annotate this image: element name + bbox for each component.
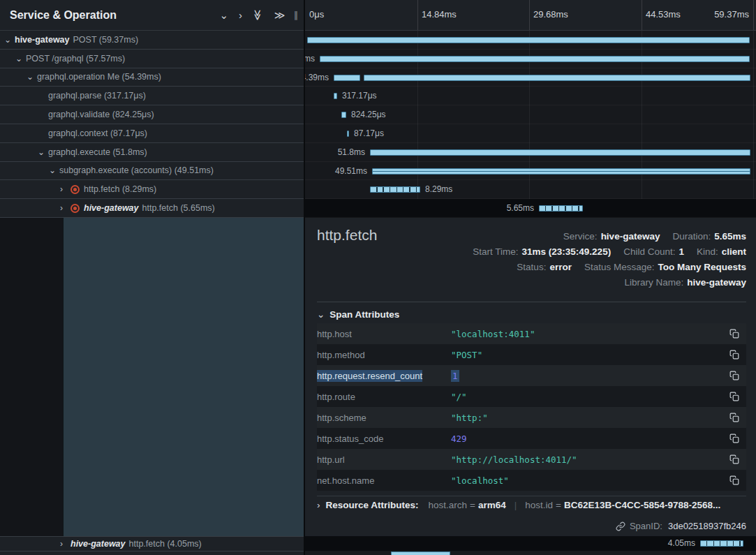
ruler-tick-line bbox=[642, 0, 642, 30]
link-icon[interactable] bbox=[616, 521, 625, 531]
chevron-down-icon: ⌄ bbox=[317, 309, 325, 320]
span-timeline-row[interactable]: 824.25μs bbox=[305, 105, 756, 124]
expand-span-icon[interactable]: › bbox=[60, 540, 71, 548]
span-id-label: SpanID: bbox=[630, 521, 662, 531]
span-service-name: hive-gateway bbox=[15, 35, 70, 45]
copy-icon[interactable] bbox=[729, 392, 739, 401]
span-timeline-row[interactable]: 54.39ms bbox=[305, 68, 756, 87]
meta-value: hive-gateway bbox=[687, 277, 746, 288]
ruler-tick-label: 14.84ms bbox=[422, 9, 457, 20]
span-duration-label: 57.57ms bbox=[305, 54, 315, 64]
attribute-key: http.route bbox=[317, 392, 451, 402]
span-timeline-row[interactable]: 57.57ms bbox=[305, 50, 756, 68]
copy-icon[interactable] bbox=[729, 350, 739, 360]
span-tree-row[interactable]: ⌄hive-gatewayPOST (59.37ms) bbox=[0, 31, 304, 50]
panel-title: Service & Operation bbox=[10, 9, 117, 22]
copy-icon[interactable] bbox=[729, 434, 739, 443]
collapse-span-icon[interactable]: ⌄ bbox=[49, 166, 59, 175]
meta-label: Library Name: bbox=[624, 277, 683, 288]
span-label: graphql.validate (824.25μs) bbox=[48, 110, 154, 119]
span-duration-bar[interactable] bbox=[539, 205, 583, 212]
span-detail-panel: http.fetch Service:hive-gatewayDuration:… bbox=[305, 218, 756, 536]
span-duration-bar[interactable] bbox=[700, 540, 743, 547]
copy-icon[interactable] bbox=[729, 454, 739, 464]
collapse-span-icon[interactable]: ⌄ bbox=[15, 54, 26, 63]
collapse-span-icon[interactable]: ⌄ bbox=[4, 36, 15, 44]
copy-icon[interactable] bbox=[729, 371, 739, 380]
copy-icon[interactable] bbox=[729, 413, 739, 422]
attribute-row: net.host.name"localhost" bbox=[317, 470, 746, 491]
collapse-span-icon[interactable]: ⌄ bbox=[27, 73, 37, 81]
copy-icon[interactable] bbox=[729, 329, 739, 339]
expand-span-icon[interactable]: › bbox=[60, 185, 71, 193]
collapse-one-icon[interactable]: ⌄ bbox=[220, 10, 229, 20]
span-duration-bar[interactable] bbox=[320, 56, 750, 62]
detail-meta-line: Start Time:31ms (23:35:49.225)Child Coun… bbox=[473, 244, 746, 260]
span-duration-label: 317.17μs bbox=[342, 91, 377, 101]
span-timeline-row[interactable]: 8.29ms bbox=[305, 180, 756, 199]
bottom-span-timeline-row[interactable]: 4.05ms bbox=[305, 536, 756, 551]
span-tree-row[interactable]: graphql.validate (824.25μs) bbox=[0, 105, 304, 124]
span-tree-row[interactable]: ›hive-gatewayhttp.fetch (4.05ms) bbox=[0, 537, 304, 551]
copy-icon[interactable] bbox=[729, 475, 739, 485]
timeline-area: 57.57ms54.39ms317.17μs824.25μs87.17μs51.… bbox=[305, 31, 756, 218]
resource-attributes-row[interactable]: › Resource Attributes: host.arch=arm64|h… bbox=[317, 500, 746, 510]
span-duration-bar[interactable] bbox=[334, 75, 360, 81]
panel-divider[interactable] bbox=[304, 0, 305, 555]
expand-span-icon[interactable]: › bbox=[60, 204, 71, 212]
span-id-row: SpanID: 3de02518937fb246 bbox=[616, 521, 746, 531]
span-service-name: hive-gateway bbox=[71, 539, 126, 549]
span-timeline-row[interactable]: 49.51ms bbox=[305, 162, 756, 181]
detail-divider bbox=[317, 302, 746, 302]
detail-meta-line: Status:errorStatus Message:Too Many Requ… bbox=[473, 260, 746, 275]
span-duration-bar[interactable] bbox=[334, 93, 337, 99]
collapse-all-icon[interactable]: ≫ bbox=[253, 10, 263, 21]
expand-one-icon[interactable]: › bbox=[239, 10, 242, 20]
span-label: graphql.parse (317.17μs) bbox=[48, 91, 146, 101]
span-duration-bar[interactable] bbox=[391, 552, 450, 555]
span-tree-row[interactable]: ⌄POST /graphql (57.57ms) bbox=[0, 50, 304, 68]
span-duration-bar[interactable] bbox=[364, 75, 750, 81]
resource-key: host.arch bbox=[429, 500, 468, 510]
attribute-row: http.scheme"http:" bbox=[317, 407, 746, 428]
span-timeline-row[interactable]: 317.17μs bbox=[305, 87, 756, 105]
span-duration-bar[interactable] bbox=[341, 112, 346, 118]
meta-value: 31ms (23:35:49.225) bbox=[522, 246, 612, 257]
resource-equals: = bbox=[556, 500, 561, 510]
attribute-key: net.host.name bbox=[317, 475, 451, 486]
ruler-tick-line bbox=[753, 0, 754, 30]
span-detail-title: http.fetch bbox=[317, 227, 377, 244]
span-duration-bar[interactable] bbox=[370, 186, 420, 193]
span-label: graphql.execute (51.8ms) bbox=[48, 147, 147, 157]
span-tree-row[interactable]: ›http.fetch (8.29ms) bbox=[0, 180, 304, 199]
span-tree-row[interactable]: graphql.context (87.17μs) bbox=[0, 124, 304, 143]
span-duration-bar[interactable] bbox=[370, 149, 750, 156]
span-label: graphql.context (87.17μs) bbox=[48, 128, 147, 138]
span-timeline-row[interactable]: 51.8ms bbox=[305, 143, 756, 162]
attribute-key: http.scheme bbox=[317, 413, 451, 423]
span-timeline-row[interactable] bbox=[305, 551, 756, 555]
span-duration-bar[interactable] bbox=[307, 37, 750, 43]
span-tree-row[interactable]: ⌄subgraph.execute (accounts) (49.51ms) bbox=[0, 162, 304, 181]
span-tree-row[interactable]: ⌄graphql.operation Me (54.39ms) bbox=[0, 68, 304, 87]
attribute-key: http.url bbox=[317, 454, 451, 465]
span-timeline-row[interactable]: 5.65ms bbox=[305, 199, 756, 218]
span-tree-row[interactable]: ›hive-gatewayhttp.fetch (5.65ms) bbox=[0, 199, 304, 218]
span-tree-row[interactable]: graphql.parse (317.17μs) bbox=[0, 87, 304, 105]
span-service-name: hive-gateway bbox=[84, 203, 139, 213]
collapse-span-icon[interactable]: ⌄ bbox=[38, 148, 48, 156]
ruler-tick-label: 44.53ms bbox=[646, 9, 681, 20]
expand-all-icon[interactable]: ≫ bbox=[274, 10, 286, 20]
span-duration-bar[interactable] bbox=[347, 131, 349, 137]
span-timeline-row[interactable]: 87.17μs bbox=[305, 124, 756, 143]
span-timeline-row[interactable] bbox=[305, 31, 756, 50]
attribute-value: "http://localhost:4011/" bbox=[451, 454, 577, 465]
span-label: http.fetch (8.29ms) bbox=[84, 184, 156, 194]
attribute-key: http.status_code bbox=[317, 434, 451, 444]
panel-resize-handle[interactable]: ∥ bbox=[294, 10, 299, 20]
span-timeline-row[interactable]: 4.05ms bbox=[305, 536, 756, 551]
attribute-value: "POST" bbox=[451, 350, 482, 360]
span-duration-bar[interactable] bbox=[372, 168, 750, 175]
span-tree-row[interactable]: ⌄graphql.execute (51.8ms) bbox=[0, 143, 304, 162]
span-attributes-header[interactable]: ⌄Span Attributes bbox=[317, 309, 399, 320]
